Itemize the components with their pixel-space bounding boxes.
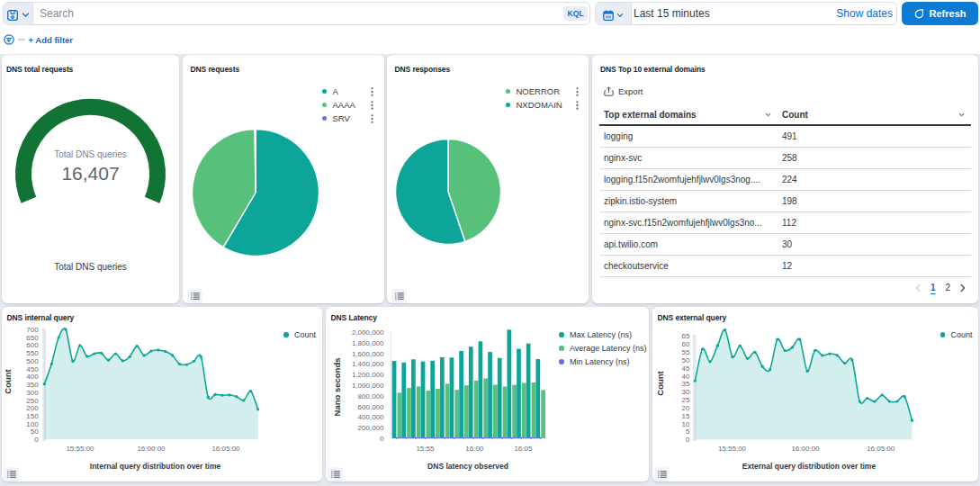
bar-max-latency[interactable] <box>421 362 426 438</box>
y-tick-label: 0 <box>380 435 384 443</box>
pie-slice-srv[interactable] <box>255 130 256 194</box>
bar-average-latency[interactable] <box>532 382 536 438</box>
chart-subtitle: External query distribution over time <box>652 462 966 471</box>
refresh-button[interactable]: Refresh <box>902 2 978 25</box>
y-axis-title: Nano seconds <box>332 358 342 417</box>
bar-average-latency[interactable] <box>445 383 450 438</box>
bar-average-latency[interactable] <box>407 388 411 438</box>
legend-item-a[interactable]: A <box>322 85 373 98</box>
filter-icon[interactable] <box>4 34 14 45</box>
legend-options-icon[interactable] <box>371 114 373 123</box>
y-tick-label: 55 <box>682 348 690 356</box>
inspect-list-button[interactable] <box>4 467 19 482</box>
inspect-list-button[interactable] <box>187 289 202 304</box>
bar-max-latency[interactable] <box>440 357 445 438</box>
bar-max-latency[interactable] <box>479 341 483 438</box>
bar-max-latency[interactable] <box>526 344 531 438</box>
legend-item-average-latency-ns-[interactable]: Average Latency (ns) <box>559 342 646 356</box>
sort-chevron-icon[interactable] <box>958 111 966 119</box>
bar-average-latency[interactable] <box>493 385 498 438</box>
page-1-button[interactable]: 1 <box>929 283 938 292</box>
data-point <box>136 345 139 347</box>
legend-options-icon[interactable] <box>576 101 579 110</box>
bar-max-latency[interactable] <box>535 359 540 438</box>
y-tick-label: 800,000 <box>358 392 384 400</box>
data-point <box>43 382 46 385</box>
data-point <box>843 362 846 364</box>
column-header-count[interactable]: Count <box>778 110 971 120</box>
legend-item-aaaa[interactable]: AAAA <box>322 98 373 112</box>
legend-swatch <box>322 89 328 94</box>
y-tick-label: 600 <box>26 341 39 349</box>
bar-max-latency[interactable] <box>401 363 406 438</box>
gauge-value: 16,407 <box>2 164 179 184</box>
saved-query-menu-button[interactable] <box>4 3 33 24</box>
kql-badge[interactable]: KQL <box>563 6 588 21</box>
legend-swatch <box>559 359 564 364</box>
inspect-list-button[interactable] <box>328 467 343 482</box>
page-2-button[interactable]: 2 <box>943 283 952 292</box>
previous-page-button[interactable] <box>914 284 922 292</box>
bar-max-latency[interactable] <box>411 359 416 438</box>
data-point <box>821 354 823 356</box>
bar-average-latency[interactable] <box>464 385 469 438</box>
export-icon <box>604 86 614 96</box>
show-dates-link[interactable]: Show dates <box>836 7 896 20</box>
bar-max-latency[interactable] <box>450 357 454 438</box>
legend-options-icon[interactable] <box>576 87 579 96</box>
bar-average-latency[interactable] <box>454 390 459 438</box>
legend-item-count[interactable]: Count <box>283 328 316 342</box>
legend-item-noerror[interactable]: NOERROR <box>506 85 579 98</box>
y-tick-label: 10 <box>682 420 690 428</box>
bar-max-latency[interactable] <box>430 361 435 438</box>
chart-subtitle: DNS latency observed <box>326 462 610 471</box>
legend-options-icon[interactable] <box>371 101 373 110</box>
list-icon <box>395 292 404 300</box>
bar-average-latency[interactable] <box>436 389 440 438</box>
legend-item-nxdomain[interactable]: NXDOMAIN <box>506 98 579 112</box>
y-tick-label: 250 <box>26 397 39 405</box>
data-point <box>761 365 764 368</box>
bar-average-latency[interactable] <box>512 385 517 438</box>
y-tick-label: 1,000,000 <box>352 382 384 390</box>
bar-max-latency[interactable] <box>517 349 521 438</box>
bar-average-latency[interactable] <box>503 387 508 438</box>
data-point <box>129 356 131 358</box>
legend-item-min-latency-ns-[interactable]: Min Latency (ns) <box>559 356 646 369</box>
date-quick-select-button[interactable] <box>596 3 632 24</box>
bar-average-latency[interactable] <box>541 390 545 438</box>
legend-label: Min Latency (ns) <box>570 357 630 366</box>
bar-max-latency[interactable] <box>508 329 512 438</box>
sort-chevron-icon[interactable] <box>764 111 772 119</box>
bar-max-latency[interactable] <box>498 358 502 438</box>
next-page-button[interactable] <box>958 284 967 292</box>
search-input[interactable] <box>33 7 563 20</box>
time-range-value[interactable]: Last 15 minutes <box>632 7 836 20</box>
y-tick-label: 50 <box>682 356 690 364</box>
column-header-domains[interactable]: Top external domains <box>599 110 778 120</box>
bar-average-latency[interactable] <box>483 379 488 439</box>
legend-label: Count <box>294 330 316 339</box>
legend-item-count[interactable]: Count <box>940 328 973 342</box>
inspect-list-button[interactable] <box>391 289 407 304</box>
legend-options-icon[interactable] <box>371 87 373 96</box>
x-tick-label: 15:55:00 <box>66 445 94 453</box>
legend-item-srv[interactable]: SRV <box>322 112 373 125</box>
bar-average-latency[interactable] <box>522 383 526 439</box>
inspect-list-button[interactable] <box>654 467 670 482</box>
bar-average-latency[interactable] <box>474 381 479 438</box>
legend-item-max-latency-ns-[interactable]: Max Latency (ns) <box>559 328 646 342</box>
bar-average-latency[interactable] <box>398 392 402 438</box>
table-row: zipkin.istio-system198 <box>599 191 971 212</box>
bar-average-latency[interactable] <box>426 391 430 438</box>
bar-max-latency[interactable] <box>392 361 397 438</box>
data-point <box>753 351 756 354</box>
bar-max-latency[interactable] <box>488 352 492 438</box>
export-button[interactable]: Export <box>604 86 643 96</box>
legend: Count <box>940 328 973 342</box>
bar-max-latency[interactable] <box>459 351 463 438</box>
bar-max-latency[interactable] <box>469 346 473 438</box>
bar-average-latency[interactable] <box>417 386 421 438</box>
data-point <box>724 328 726 331</box>
add-filter-link[interactable]: + Add filter <box>29 35 74 45</box>
